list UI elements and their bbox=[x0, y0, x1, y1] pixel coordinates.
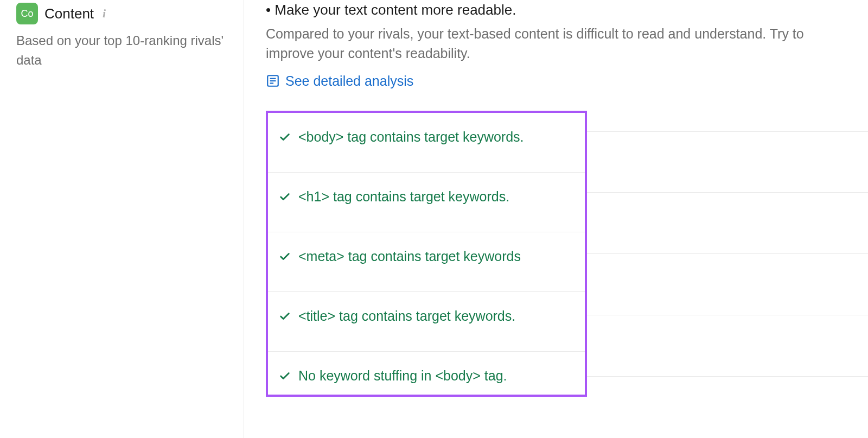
check-item-label: No keyword stuffing in <body> tag. bbox=[298, 368, 507, 384]
sidebar-description: Based on your top 10-ranking rivals' dat… bbox=[16, 31, 227, 70]
recommendation-description: Compared to your rivals, your text-based… bbox=[266, 24, 846, 64]
check-item-label: <title> tag contains target keywords. bbox=[298, 308, 515, 324]
main-content: Make your text content more readable. Co… bbox=[244, 0, 868, 438]
check-item-label: <meta> tag contains target keywords bbox=[298, 249, 521, 264]
detailed-analysis-icon bbox=[266, 74, 280, 88]
info-icon[interactable]: i bbox=[103, 7, 106, 21]
recommendation-block: Make your text content more readable. Co… bbox=[266, 0, 846, 90]
recommendation-title: Make your text content more readable. bbox=[266, 2, 846, 18]
check-icon bbox=[279, 370, 291, 382]
check-list: <body> tag contains target keywords. <h1… bbox=[266, 111, 587, 397]
see-detailed-analysis-link[interactable]: See detailed analysis bbox=[266, 73, 413, 89]
sidebar: Co Content i Based on your top 10-rankin… bbox=[0, 0, 244, 438]
check-icon bbox=[279, 191, 291, 203]
check-item: <meta> tag contains target keywords bbox=[268, 232, 585, 292]
see-detailed-analysis-label: See detailed analysis bbox=[285, 73, 413, 89]
check-icon bbox=[279, 310, 291, 322]
check-icon bbox=[279, 251, 291, 263]
content-badge-icon: Co bbox=[16, 3, 38, 24]
check-icon bbox=[279, 131, 291, 143]
sidebar-header: Co Content i bbox=[16, 3, 227, 24]
check-item: No keyword stuffing in <body> tag. bbox=[268, 352, 585, 395]
check-item-label: <h1> tag contains target keywords. bbox=[298, 189, 509, 205]
sidebar-title: Content bbox=[44, 5, 94, 22]
check-item: <h1> tag contains target keywords. bbox=[268, 173, 585, 232]
check-item: <body> tag contains target keywords. bbox=[268, 113, 585, 173]
check-item-label: <body> tag contains target keywords. bbox=[298, 129, 524, 145]
check-item: <title> tag contains target keywords. bbox=[268, 292, 585, 352]
